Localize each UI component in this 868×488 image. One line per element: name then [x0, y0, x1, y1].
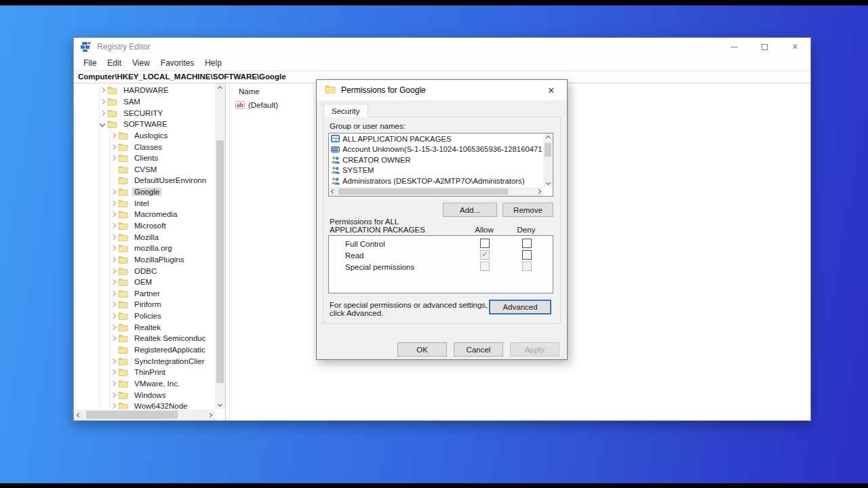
tree-item-microsoft[interactable]: Microsoft	[74, 220, 215, 232]
group-user-list[interactable]: ALL APPLICATION PACKAGESAccount Unknown(…	[328, 133, 553, 197]
scroll-down-button[interactable]	[543, 178, 553, 187]
tree-item-hardware[interactable]: HARDWARE	[74, 85, 215, 96]
tree-vertical-scrollbar[interactable]	[215, 83, 225, 409]
apply-button[interactable]: Apply	[510, 342, 559, 357]
add-button[interactable]: Add...	[443, 203, 497, 217]
screen: Registry Editor ✕ FileEditViewFavoritesH…	[0, 0, 868, 488]
ok-button[interactable]: OK	[397, 342, 447, 357]
tree-item-mozilla-org[interactable]: mozilla.org	[74, 243, 215, 254]
tree-item-partner[interactable]: Partner	[74, 288, 215, 300]
tree-item-software[interactable]: SOFTWARE	[74, 119, 215, 130]
scrollbar-thumb[interactable]	[216, 140, 224, 383]
folder-icon	[118, 256, 130, 264]
scroll-right-button[interactable]	[534, 187, 543, 196]
scroll-left-button[interactable]	[74, 409, 84, 420]
menu-item-edit[interactable]: Edit	[102, 56, 127, 70]
tree-item-realtek[interactable]: Realtek	[74, 321, 215, 333]
value-name: (Default)	[248, 101, 278, 109]
tree-item-mozilla[interactable]: Mozilla	[74, 231, 215, 243]
tree-item-registeredapplicatic[interactable]: RegisteredApplicatic	[74, 344, 215, 356]
userlist-vertical-scrollbar[interactable]	[543, 134, 553, 187]
folder-icon	[118, 391, 130, 399]
userlist-horizontal-scrollbar[interactable]	[329, 187, 543, 196]
read-allow-checkbox	[480, 250, 490, 260]
tree-item-label: Realtek Semiconduc	[132, 334, 208, 342]
tree-item-defaultuserenvironn[interactable]: DefaultUserEnvironn	[74, 175, 215, 186]
permission-row-special-permissions: Special permissions	[329, 261, 553, 272]
tree-horizontal-scrollbar[interactable]	[74, 409, 215, 420]
menu-item-favorites[interactable]: Favorites	[155, 56, 199, 70]
user-list-item-all-application-pack[interactable]: ALL APPLICATION PACKAGES	[329, 134, 542, 144]
scroll-up-button[interactable]	[543, 134, 553, 142]
dialog-titlebar[interactable]: Permissions for Google ✕	[317, 80, 567, 100]
tree-item-vmware-inc[interactable]: VMware, Inc.	[74, 378, 215, 390]
name-column-header[interactable]: Name	[239, 87, 260, 96]
tree-item-wow6432node[interactable]: Wow6432Node	[74, 401, 215, 409]
tree-item-piriform[interactable]: Piriform	[74, 299, 215, 310]
permissions-box: Full ControlReadSpecial permissions	[328, 235, 553, 293]
default-value-row[interactable]: ab (Default)	[235, 101, 278, 109]
cancel-button[interactable]: Cancel	[454, 342, 503, 357]
registry-tree-panel: HARDWARESAMSECURITYSOFTWAREAuslogicsClas…	[74, 83, 226, 420]
folder-icon	[118, 165, 130, 174]
tree-item-thinprint[interactable]: ThinPrint	[74, 367, 215, 378]
window-titlebar[interactable]: Registry Editor ✕	[74, 38, 810, 56]
tree-item-label: Clients	[132, 154, 160, 162]
dialog-title: Permissions for Google	[341, 85, 426, 95]
tree-item-intel[interactable]: Intel	[74, 197, 215, 209]
remove-button[interactable]: Remove	[502, 203, 553, 217]
user-list-item-account-unknown-s-1[interactable]: Account Unknown(S-1-15-3-1024-1065365936…	[329, 144, 542, 155]
advanced-button[interactable]: Advanced	[489, 300, 551, 314]
tree-item-label: ODBC	[132, 267, 159, 275]
tree-item-macromedia[interactable]: Macromedia	[74, 209, 215, 220]
tree-item-windows[interactable]: Windows	[74, 389, 215, 401]
tree-item-label: VMware, Inc.	[132, 380, 182, 388]
tree-item-cvsm[interactable]: CVSM	[74, 163, 215, 175]
minimize-icon	[731, 47, 738, 47]
permission-row-full-control: Full Control	[329, 238, 553, 249]
user-list-item-administrators-desk[interactable]: Administrators (DESKTOP-A2MTP7O\Administ…	[329, 176, 542, 186]
tree-item-security[interactable]: SECURITY	[74, 107, 215, 119]
user-name: Administrators (DESKTOP-A2MTP7O\Administ…	[342, 177, 524, 185]
close-button[interactable]: ✕	[780, 38, 810, 56]
menu-item-help[interactable]: Help	[199, 56, 227, 70]
tree-item-classes[interactable]: Classes	[74, 141, 215, 152]
full-control-deny-checkbox[interactable]	[522, 239, 532, 248]
dialog-close-button[interactable]: ✕	[541, 80, 561, 100]
full-control-allow-checkbox[interactable]	[480, 239, 490, 248]
read-deny-checkbox[interactable]	[522, 250, 532, 260]
tree-item-auslogics[interactable]: Auslogics	[74, 130, 215, 142]
scroll-down-button[interactable]	[215, 399, 225, 409]
folder-icon	[118, 323, 130, 331]
menu-item-view[interactable]: View	[127, 56, 155, 70]
tree-item-label: MozillaPlugins	[132, 256, 186, 264]
scrollbar-thumb[interactable]	[545, 143, 551, 157]
scrollbar-thumb[interactable]	[338, 188, 508, 195]
scrollbar-thumb[interactable]	[86, 411, 178, 419]
tree-item-sam[interactable]: SAM	[74, 96, 215, 108]
tree-item-syncintegrationclier[interactable]: SyncIntegrationClier	[74, 355, 215, 367]
tree-item-clients[interactable]: Clients	[74, 152, 215, 164]
scroll-up-button[interactable]	[215, 83, 225, 94]
folder-icon	[118, 402, 130, 409]
tab-security[interactable]: Security	[323, 104, 368, 117]
tree-item-label: RegisteredApplicatic	[132, 346, 208, 354]
tree-item-oem[interactable]: OEM	[74, 277, 215, 288]
tree-item-label: Wow6432Node	[132, 402, 189, 409]
menu-item-file[interactable]: File	[78, 56, 102, 70]
tree-item-label: Intel	[132, 199, 151, 207]
user-list-item-system[interactable]: SYSTEM	[329, 165, 542, 176]
scroll-right-button[interactable]	[205, 409, 215, 420]
tree-item-realtek-semiconduc[interactable]: Realtek Semiconduc	[74, 333, 215, 344]
user-list-item-creator-owner[interactable]: CREATOR OWNER	[329, 155, 542, 165]
tree-item-odbc[interactable]: ODBC	[74, 265, 215, 277]
minimize-button[interactable]	[719, 38, 749, 56]
tree-item-mozillaplugins[interactable]: MozillaPlugins	[74, 254, 215, 266]
tree-item-google[interactable]: Google	[74, 186, 215, 198]
tree-item-policies[interactable]: Policies	[74, 310, 215, 322]
folder-icon	[118, 300, 130, 308]
maximize-button[interactable]	[749, 38, 780, 56]
special-permissions-deny-checkbox	[522, 262, 532, 271]
scroll-left-button[interactable]	[329, 187, 338, 196]
tree-item-label: ThinPrint	[132, 368, 167, 376]
